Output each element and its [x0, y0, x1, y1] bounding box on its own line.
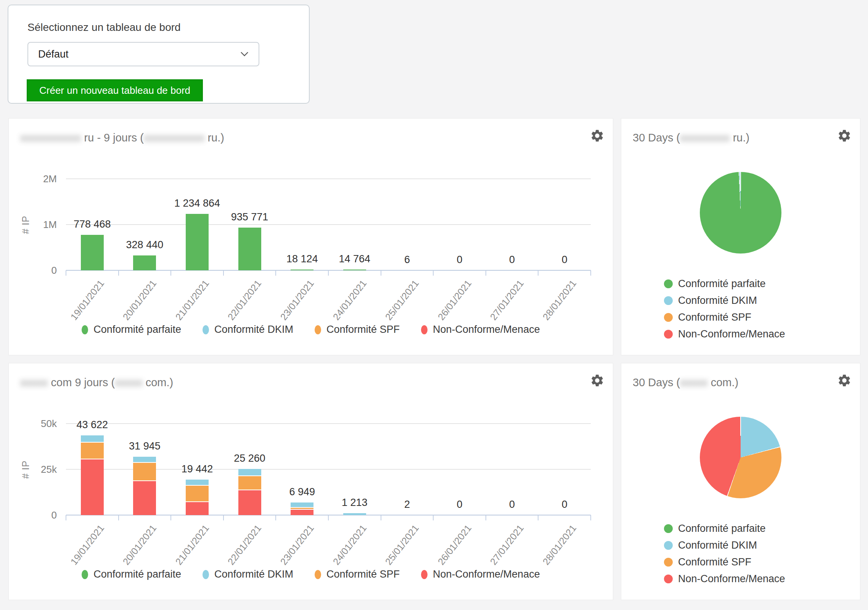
x-axis-tick [485, 270, 486, 276]
legend-dot-icon [315, 325, 321, 334]
x-axis-date-label: 25/01/2021 [383, 523, 421, 567]
legend-dot-icon [82, 570, 88, 579]
bar-column: 19 44221/01/2021 [171, 424, 223, 515]
bar[interactable] [238, 228, 261, 270]
legend-item-label: Non-Conforme/Menace [433, 568, 540, 580]
bar[interactable] [186, 480, 209, 515]
bar-segment[interactable] [238, 469, 261, 476]
bar-segment[interactable] [186, 480, 209, 486]
x-axis-date-label: 26/01/2021 [436, 523, 474, 567]
create-dashboard-button[interactable]: Créer un nouveau tableau de bord [27, 79, 203, 101]
legend-item[interactable]: Conformité SPF [664, 311, 785, 323]
bar-segment[interactable] [291, 510, 313, 515]
legend-item[interactable]: Conformité DKIM [664, 295, 785, 307]
redacted-domain: xxxxx [115, 376, 143, 388]
bar-segment[interactable] [81, 235, 104, 270]
card-pie-chart-ru: 30 Days (xxxxxxxxx ru.) Conformité parfa… [621, 118, 860, 355]
redacted-domain: xxxxxxxxx [680, 132, 730, 144]
bar[interactable] [343, 513, 366, 515]
legend-item[interactable]: Non-Conforme/Menace [664, 328, 785, 340]
legend-item[interactable]: Conformité SPF [315, 568, 400, 580]
legend-dot-icon [664, 296, 673, 305]
x-axis-tick [433, 270, 434, 276]
y-axis-tick-label: 2M [43, 173, 57, 185]
bar-segment[interactable] [81, 435, 104, 443]
legend-dot-icon [664, 313, 673, 322]
bar[interactable] [133, 457, 156, 515]
x-axis-tick [170, 270, 171, 276]
bar[interactable] [291, 502, 313, 515]
bar-segment[interactable] [186, 502, 209, 515]
legend-item[interactable]: Non-Conforme/Menace [421, 324, 540, 336]
bar-segment[interactable] [81, 443, 104, 459]
x-axis-tick [66, 270, 66, 276]
redacted-domain: xxxxx [20, 376, 48, 388]
bar[interactable] [238, 469, 261, 515]
legend-item[interactable]: Conformité DKIM [664, 539, 785, 551]
legend-item-label: Conformité DKIM [214, 568, 293, 580]
x-axis-date-label: 27/01/2021 [488, 523, 526, 567]
bar[interactable] [291, 270, 313, 270]
bar-segment[interactable] [81, 459, 104, 515]
bar-column: 1 21324/01/2021 [328, 424, 381, 515]
legend-item[interactable]: Conformité parfaite [82, 568, 181, 580]
bar-value-label: 19 442 [182, 463, 213, 475]
bar[interactable] [81, 235, 104, 270]
x-axis-date-label: 27/01/2021 [488, 278, 526, 322]
pie-chart[interactable] [700, 417, 781, 498]
bar-column: 1 234 86421/01/2021 [171, 179, 223, 270]
card-settings-button[interactable] [837, 373, 852, 388]
bar-segment[interactable] [133, 255, 156, 270]
legend-item[interactable]: Non-Conforme/Menace [421, 568, 540, 580]
x-axis-date-label: 22/01/2021 [226, 278, 264, 322]
legend-item[interactable]: Conformité DKIM [203, 568, 293, 580]
bar[interactable] [343, 270, 366, 270]
card-settings-button[interactable] [837, 128, 852, 143]
x-axis-date-label: 28/01/2021 [540, 278, 579, 322]
bar-segment[interactable] [238, 490, 261, 515]
card-settings-button[interactable] [590, 128, 604, 143]
legend-item[interactable]: Conformité parfaite [664, 523, 785, 535]
x-axis-date-label: 21/01/2021 [173, 523, 211, 567]
legend-item-label: Conformité parfaite [93, 324, 181, 336]
y-axis-title: # IP [19, 179, 32, 270]
legend-dot-icon [203, 570, 209, 579]
x-axis-tick [275, 270, 276, 276]
legend-item[interactable]: Conformité DKIM [203, 324, 293, 336]
x-axis-date-label: 20/01/2021 [121, 523, 159, 567]
bar-column: 328 44020/01/2021 [119, 179, 171, 270]
pie-chart[interactable] [700, 172, 781, 254]
bar-segment[interactable] [133, 457, 156, 463]
x-axis-tick [118, 515, 119, 520]
bar-segment[interactable] [186, 486, 209, 502]
bar-segment[interactable] [343, 270, 366, 270]
x-axis-date-label: 23/01/2021 [278, 523, 316, 567]
legend-item[interactable]: Conformité SPF [664, 556, 785, 568]
bar[interactable] [186, 214, 209, 270]
redacted-domain: xxxxx [680, 376, 708, 388]
bar-value-label: 935 771 [231, 211, 268, 223]
bar-value-label: 43 622 [77, 419, 108, 431]
card-bar-chart-com: xxxxx com 9 jours (xxxxx com.) # IP 025k… [8, 363, 613, 600]
dashboard-select[interactable]: Défaut [27, 42, 259, 66]
bar-segment[interactable] [133, 463, 156, 481]
legend-item[interactable]: Conformité SPF [315, 324, 400, 336]
legend-dot-icon [664, 558, 673, 567]
bar-segment[interactable] [291, 270, 313, 270]
bar-column: 14 76424/01/2021 [328, 179, 381, 270]
bar[interactable] [133, 255, 156, 270]
bar[interactable] [81, 435, 104, 515]
legend-item[interactable]: Conformité parfaite [82, 324, 181, 336]
x-axis-tick [328, 515, 329, 520]
bar-segment[interactable] [238, 228, 261, 270]
bar-segment[interactable] [186, 214, 209, 270]
legend-item-label: Non-Conforme/Menace [678, 573, 785, 585]
card-settings-button[interactable] [590, 373, 604, 388]
legend-item[interactable]: Non-Conforme/Menace [664, 573, 785, 585]
legend-item[interactable]: Conformité parfaite [664, 278, 785, 290]
bar-segment[interactable] [291, 502, 313, 508]
bar-segment[interactable] [343, 513, 366, 515]
legend-dot-icon [82, 325, 88, 334]
bar-segment[interactable] [238, 476, 261, 490]
bar-segment[interactable] [133, 481, 156, 515]
